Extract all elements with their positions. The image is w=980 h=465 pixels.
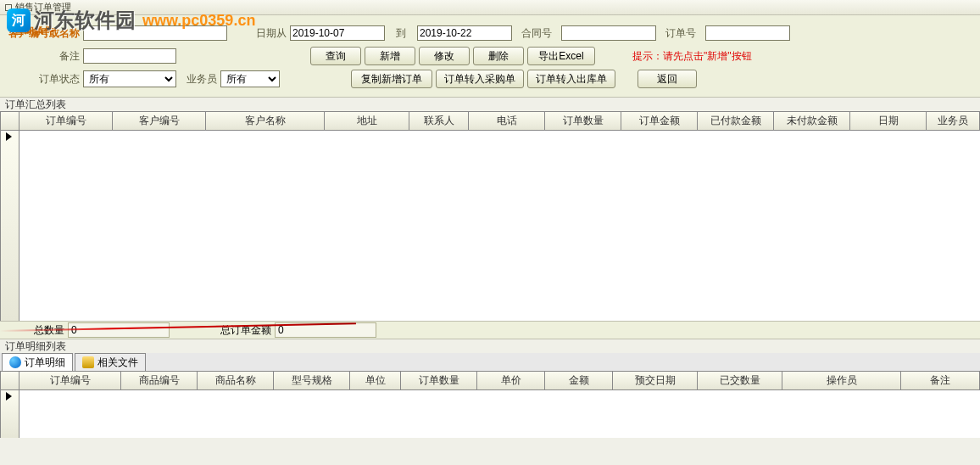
customer-code-label: 客户编号或名称: [2, 26, 80, 41]
detail-col-prodname[interactable]: 商品名称: [198, 372, 274, 389]
summary-marker-col: [1, 131, 19, 321]
summary-col-contact[interactable]: 联系人: [409, 112, 469, 130]
date-to-label: 到: [388, 26, 414, 41]
detail-section-label: 订单明细列表: [0, 339, 980, 353]
filter-panel: 查询条件 客户编号或名称 日期从 到 合同号 订单号 备注 查询 新增 修改 删…: [0, 15, 980, 98]
window-title: 销售订单管理: [15, 1, 71, 14]
total-qty-label: 总数量: [5, 323, 64, 338]
summary-col-phone[interactable]: 电话: [469, 112, 545, 130]
detail-col-unit[interactable]: 单位: [350, 372, 401, 389]
app-icon: [5, 4, 12, 11]
tab-related-files-label: 相关文件: [97, 356, 138, 370]
tab-order-detail-label: 订单明细: [25, 356, 65, 370]
detail-col-qty[interactable]: 订单数量: [401, 372, 477, 389]
summary-col-custcode[interactable]: 客户编号: [113, 112, 206, 130]
detail-grid-body[interactable]: [1, 390, 980, 438]
totals-bar: 总数量 0 总订单金额 0: [0, 321, 980, 339]
date-from-label: 日期从: [249, 26, 287, 41]
salesman-label: 业务员: [180, 72, 217, 87]
tab-order-detail[interactable]: 订单明细: [2, 353, 73, 371]
detail-grid: 订单编号 商品编号 商品名称 型号规格 单位 订单数量 单价 金额 预交日期 已…: [0, 372, 980, 438]
edit-button[interactable]: 修改: [419, 47, 470, 65]
salesman-select[interactable]: 所有: [220, 70, 280, 87]
summary-grid-header: 订单编号 客户编号 客户名称 地址 联系人 电话 订单数量 订单金额 已付款金额…: [1, 112, 980, 131]
order-status-select[interactable]: 所有: [83, 70, 176, 87]
total-amount-value: 0: [275, 322, 376, 338]
summary-col-amount[interactable]: 订单金额: [621, 112, 698, 130]
summary-grid: 订单编号 客户编号 客户名称 地址 联系人 电话 订单数量 订单金额 已付款金额…: [0, 111, 980, 321]
detail-grid-header: 订单编号 商品编号 商品名称 型号规格 单位 订单数量 单价 金额 预交日期 已…: [1, 372, 980, 390]
summary-col-orderno[interactable]: 订单编号: [19, 112, 113, 130]
order-no-label: 订单号: [660, 26, 702, 41]
customer-code-input[interactable]: [83, 25, 227, 41]
summary-col-salesman[interactable]: 业务员: [927, 112, 980, 130]
detail-col-marker: [1, 372, 19, 389]
add-button[interactable]: 新增: [365, 47, 415, 65]
detail-col-preddate[interactable]: 预交日期: [613, 372, 698, 389]
summary-col-qty[interactable]: 订单数量: [545, 112, 621, 130]
summary-col-date[interactable]: 日期: [850, 112, 927, 130]
copy-new-order-button[interactable]: 复制新增订单: [351, 70, 432, 88]
summary-col-unpaid[interactable]: 未付款金额: [774, 112, 850, 130]
hint-text: 提示：请先点击"新增"按钮: [632, 49, 752, 64]
summary-grid-body[interactable]: [1, 131, 980, 321]
to-stockout-button[interactable]: 订单转入出库单: [527, 70, 615, 88]
detail-col-operator[interactable]: 操作员: [782, 372, 901, 389]
detail-row-marker-icon: [6, 392, 12, 401]
detail-col-orderno[interactable]: 订单编号: [19, 372, 121, 389]
detail-col-amount[interactable]: 金额: [545, 372, 613, 389]
detail-tabs: 订单明细 相关文件: [0, 353, 980, 372]
detail-col-price[interactable]: 单价: [477, 372, 545, 389]
summary-section-label: 订单汇总列表: [0, 98, 980, 111]
filter-row-4: 订单状态 所有 业务员 所有 复制新增订单 订单转入采购单 订单转入出库单 返回: [7, 69, 973, 89]
export-excel-button[interactable]: 导出Excel: [527, 47, 595, 65]
detail-col-remark[interactable]: 备注: [901, 372, 980, 389]
summary-col-paid[interactable]: 已付款金额: [698, 112, 774, 130]
summary-row-marker-icon: [6, 132, 12, 141]
remark-label: 备注: [2, 49, 80, 64]
tab-related-files[interactable]: 相关文件: [75, 353, 146, 371]
detail-col-spec[interactable]: 型号规格: [274, 372, 350, 389]
date-from-input[interactable]: [290, 25, 385, 41]
summary-col-address[interactable]: 地址: [325, 112, 409, 130]
delete-button[interactable]: 删除: [473, 47, 524, 65]
summary-col-custname[interactable]: 客户名称: [206, 112, 325, 130]
total-qty-value: 0: [68, 322, 170, 338]
contract-input[interactable]: [561, 25, 656, 41]
globe-icon: [9, 356, 21, 368]
filter-row-3: 备注 查询 新增 修改 删除 导出Excel 提示：请先点击"新增"按钮: [7, 46, 973, 66]
window-title-bar: 销售订单管理: [0, 0, 980, 15]
order-no-input[interactable]: [705, 25, 790, 41]
return-button[interactable]: 返回: [638, 70, 697, 88]
query-button[interactable]: 查询: [310, 47, 361, 65]
filter-row-2: 客户编号或名称 日期从 到 合同号 订单号: [7, 23, 973, 43]
date-to-input[interactable]: [417, 25, 512, 41]
remark-input[interactable]: [83, 48, 176, 64]
to-purchase-button[interactable]: 订单转入采购单: [436, 70, 524, 88]
contract-label: 合同号: [515, 26, 558, 41]
summary-col-marker: [1, 112, 19, 130]
order-status-label: 订单状态: [2, 72, 80, 87]
detail-col-prodcode[interactable]: 商品编号: [121, 372, 198, 389]
detail-col-delivered[interactable]: 已交数量: [698, 372, 782, 389]
folder-icon: [82, 356, 94, 368]
total-amount-label: 总订单金额: [203, 323, 271, 338]
